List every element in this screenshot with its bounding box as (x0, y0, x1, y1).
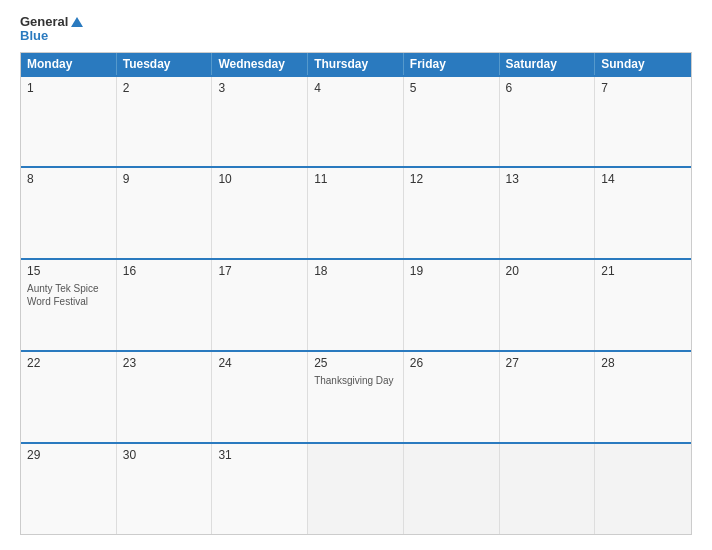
calendar-cell: 5 (404, 77, 500, 167)
calendar-cell: 8 (21, 168, 117, 258)
day-number: 17 (218, 264, 301, 278)
calendar-body: 123456789101112131415Aunty Tek Spice Wor… (21, 75, 691, 534)
day-number: 5 (410, 81, 493, 95)
calendar-header-row: MondayTuesdayWednesdayThursdayFridaySatu… (21, 53, 691, 75)
calendar-cell: 3 (212, 77, 308, 167)
event-label: Aunty Tek Spice Word Festival (27, 282, 110, 308)
header-cell-friday: Friday (404, 53, 500, 75)
calendar-cell: 18 (308, 260, 404, 350)
calendar-cell: 15Aunty Tek Spice Word Festival (21, 260, 117, 350)
day-number: 11 (314, 172, 397, 186)
calendar-cell: 25Thanksgiving Day (308, 352, 404, 442)
calendar-cell: 31 (212, 444, 308, 534)
header-cell-monday: Monday (21, 53, 117, 75)
calendar-cell: 19 (404, 260, 500, 350)
day-number: 13 (506, 172, 589, 186)
calendar-cell: 28 (595, 352, 691, 442)
calendar-cell: 2 (117, 77, 213, 167)
day-number: 26 (410, 356, 493, 370)
day-number: 28 (601, 356, 685, 370)
day-number: 6 (506, 81, 589, 95)
calendar-cell: 9 (117, 168, 213, 258)
calendar-cell: 4 (308, 77, 404, 167)
calendar-cell: 29 (21, 444, 117, 534)
calendar-cell: 13 (500, 168, 596, 258)
day-number: 22 (27, 356, 110, 370)
calendar-cell: 20 (500, 260, 596, 350)
day-number: 4 (314, 81, 397, 95)
day-number: 9 (123, 172, 206, 186)
calendar-cell: 27 (500, 352, 596, 442)
calendar-cell: 10 (212, 168, 308, 258)
day-number: 29 (27, 448, 110, 462)
header-cell-wednesday: Wednesday (212, 53, 308, 75)
calendar-cell (595, 444, 691, 534)
calendar-cell (404, 444, 500, 534)
day-number: 10 (218, 172, 301, 186)
calendar-cell: 26 (404, 352, 500, 442)
logo-triangle-icon (71, 17, 83, 27)
page-header: General Blue (20, 15, 692, 44)
calendar-week-4: 22232425Thanksgiving Day262728 (21, 350, 691, 442)
calendar-cell: 7 (595, 77, 691, 167)
day-number: 1 (27, 81, 110, 95)
calendar-cell: 6 (500, 77, 596, 167)
day-number: 31 (218, 448, 301, 462)
day-number: 16 (123, 264, 206, 278)
calendar-grid: MondayTuesdayWednesdayThursdayFridaySatu… (20, 52, 692, 535)
day-number: 8 (27, 172, 110, 186)
calendar-cell: 22 (21, 352, 117, 442)
calendar-week-5: 293031 (21, 442, 691, 534)
calendar-cell: 11 (308, 168, 404, 258)
calendar-cell: 12 (404, 168, 500, 258)
calendar-week-3: 15Aunty Tek Spice Word Festival161718192… (21, 258, 691, 350)
day-number: 18 (314, 264, 397, 278)
calendar-cell: 1 (21, 77, 117, 167)
calendar-cell (500, 444, 596, 534)
day-number: 19 (410, 264, 493, 278)
calendar-cell: 24 (212, 352, 308, 442)
day-number: 23 (123, 356, 206, 370)
header-cell-thursday: Thursday (308, 53, 404, 75)
calendar-page: General Blue MondayTuesdayWednesdayThurs… (0, 0, 712, 550)
header-cell-tuesday: Tuesday (117, 53, 213, 75)
day-number: 24 (218, 356, 301, 370)
logo-blue-text: Blue (20, 29, 83, 43)
logo: General Blue (20, 15, 83, 44)
calendar-cell: 14 (595, 168, 691, 258)
day-number: 20 (506, 264, 589, 278)
header-cell-sunday: Sunday (595, 53, 691, 75)
day-number: 2 (123, 81, 206, 95)
day-number: 27 (506, 356, 589, 370)
day-number: 25 (314, 356, 397, 370)
day-number: 21 (601, 264, 685, 278)
header-cell-saturday: Saturday (500, 53, 596, 75)
calendar-cell: 17 (212, 260, 308, 350)
calendar-week-2: 891011121314 (21, 166, 691, 258)
day-number: 14 (601, 172, 685, 186)
day-number: 7 (601, 81, 685, 95)
calendar-cell: 23 (117, 352, 213, 442)
calendar-cell (308, 444, 404, 534)
day-number: 15 (27, 264, 110, 278)
day-number: 30 (123, 448, 206, 462)
calendar-cell: 16 (117, 260, 213, 350)
calendar-cell: 30 (117, 444, 213, 534)
calendar-cell: 21 (595, 260, 691, 350)
day-number: 3 (218, 81, 301, 95)
calendar-week-1: 1234567 (21, 75, 691, 167)
day-number: 12 (410, 172, 493, 186)
event-label: Thanksgiving Day (314, 374, 397, 387)
logo-general-text: General (20, 15, 68, 29)
